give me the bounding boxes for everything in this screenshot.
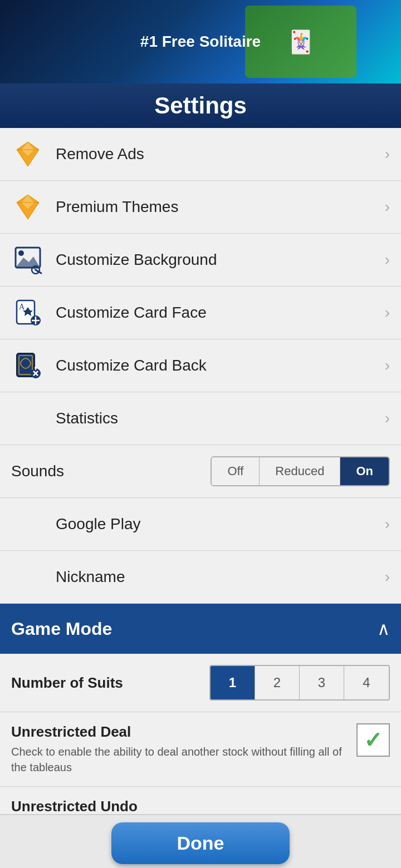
sounds-label: Sounds: [11, 462, 211, 480]
svg-point-7: [18, 250, 24, 256]
sounds-off-button[interactable]: Off: [212, 457, 260, 485]
google-play-icon: [11, 507, 45, 541]
menu-item-premium-themes[interactable]: Premium Themes ›: [0, 181, 401, 234]
menu-label-premium-themes: Premium Themes: [56, 198, 379, 216]
chevron-right-icon: ›: [385, 251, 390, 269]
page-title: Settings: [154, 92, 247, 119]
unrestricted-undo-title: Unrestricted Undo: [11, 798, 390, 815]
unrestricted-deal-row[interactable]: Unrestricted Deal Check to enable the ab…: [0, 712, 401, 787]
nickname-icon: [11, 560, 45, 594]
unrestricted-deal-checkbox[interactable]: ✓: [356, 723, 390, 757]
checkmark-icon: ✓: [364, 727, 383, 753]
ad-cards-image: 🃏: [245, 6, 356, 78]
statistics-icon: [11, 402, 45, 435]
unrestricted-deal-title: Unrestricted Deal: [11, 723, 351, 741]
done-button[interactable]: Done: [111, 822, 290, 864]
chevron-right-icon: ›: [385, 145, 390, 163]
menu-label-remove-ads: Remove Ads: [56, 145, 379, 163]
menu-item-remove-ads[interactable]: Remove Ads ›: [0, 128, 401, 181]
background-icon: [11, 243, 45, 277]
chevron-right-icon: ›: [385, 410, 390, 427]
done-bar: Done: [0, 815, 401, 868]
menu-item-statistics[interactable]: Statistics ›: [0, 392, 401, 445]
chevron-right-icon: ›: [385, 357, 390, 374]
svg-text:A: A: [19, 303, 25, 311]
unrestricted-undo-row[interactable]: Unrestricted Undo: [0, 787, 401, 815]
menu-label-statistics: Statistics: [56, 410, 379, 427]
game-mode-title: Game Mode: [11, 619, 377, 639]
chevron-right-icon: ›: [385, 515, 390, 533]
menu-item-customize-card-back[interactable]: Customize Card Back ›: [0, 339, 401, 392]
sounds-on-button[interactable]: On: [340, 457, 389, 485]
ad-text: #1 Free Solitaire: [140, 33, 261, 51]
suits-toggle-group: 1 2 3 4: [209, 665, 390, 701]
menu-item-customize-background[interactable]: Customize Background ›: [0, 234, 401, 287]
suit-4-button[interactable]: 4: [344, 666, 389, 699]
suit-3-button[interactable]: 3: [300, 666, 344, 699]
suit-1-button[interactable]: 1: [211, 666, 255, 699]
menu-item-nickname[interactable]: Nickname ›: [0, 551, 401, 604]
chevron-right-icon: ›: [385, 304, 390, 322]
diamond-icon-remove-ads: [11, 137, 45, 171]
unrestricted-deal-description: Check to enable the ability to deal anot…: [11, 744, 351, 775]
menu-label-customize-background: Customize Background: [56, 251, 379, 269]
ad-banner[interactable]: #1 Free Solitaire 🃏: [0, 0, 401, 83]
diamond-icon-premium-themes: [11, 190, 45, 224]
chevron-up-icon: ∧: [377, 618, 390, 639]
sounds-toggle-group: Off Reduced On: [211, 456, 390, 486]
menu-label-nickname: Nickname: [56, 568, 379, 586]
chevron-right-icon: ›: [385, 568, 390, 586]
sounds-reduced-button[interactable]: Reduced: [260, 457, 340, 485]
unrestricted-deal-text: Unrestricted Deal Check to enable the ab…: [11, 723, 351, 775]
menu-label-customize-card-back: Customize Card Back: [56, 357, 379, 374]
game-mode-content: Number of Suits 1 2 3 4 Unrestricted Dea…: [0, 654, 401, 815]
menu-label-customize-card-face: Customize Card Face: [56, 304, 379, 322]
suit-2-button[interactable]: 2: [255, 666, 300, 699]
menu-label-google-play: Google Play: [56, 515, 379, 533]
menu-item-google-play[interactable]: Google Play ›: [0, 498, 401, 551]
game-mode-header[interactable]: Game Mode ∧: [0, 604, 401, 654]
menu-item-customize-card-face[interactable]: A Customize Card Face ›: [0, 287, 401, 339]
card-back-icon: [11, 349, 45, 382]
suits-label: Number of Suits: [11, 674, 209, 692]
card-face-icon: A: [11, 296, 45, 329]
sounds-row: Sounds Off Reduced On: [0, 445, 401, 498]
settings-header: Settings: [0, 83, 401, 128]
svg-point-23: [35, 367, 37, 369]
suits-row: Number of Suits 1 2 3 4: [0, 654, 401, 712]
menu-list: Remove Ads › Premium Themes › Custo: [0, 128, 401, 604]
chevron-right-icon: ›: [385, 198, 390, 216]
